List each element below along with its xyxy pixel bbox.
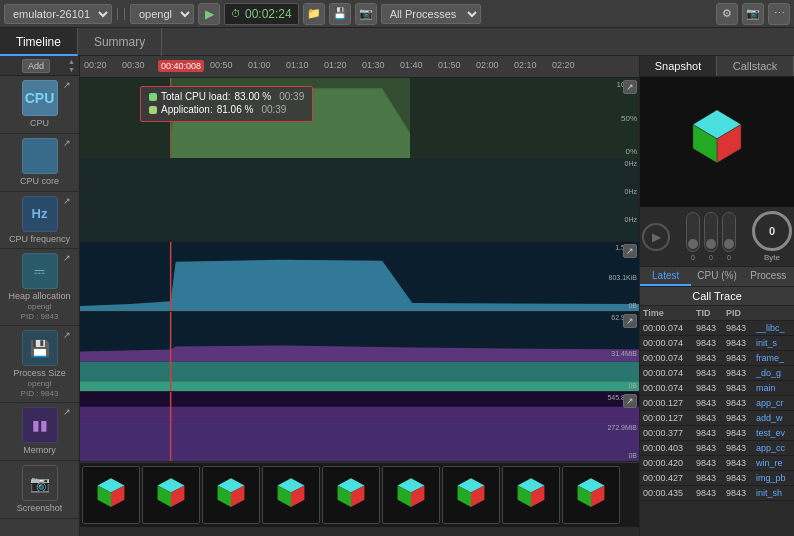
tab-snapshot[interactable]: Snapshot: [640, 56, 717, 76]
tab-latest[interactable]: Latest: [640, 267, 691, 286]
tick-0150: 01:50: [438, 60, 461, 70]
cell-time: 00:00.074: [640, 366, 693, 381]
more-icon[interactable]: ⋯: [768, 3, 790, 25]
slider-v3-label: 0: [727, 254, 731, 261]
thumbnail-item[interactable]: [262, 466, 320, 524]
thumbnail-item[interactable]: [442, 466, 500, 524]
sidebar-item-cpu[interactable]: CPU ↗ CPU: [0, 76, 79, 134]
table-row[interactable]: 00:00.127 9843 9843 add_w: [640, 411, 794, 426]
expand-heap-chart[interactable]: ↗: [623, 244, 637, 258]
expand-cpu-core[interactable]: ↗: [63, 138, 71, 148]
expand-memory[interactable]: ↗: [63, 407, 71, 417]
play-button[interactable]: ▶: [198, 3, 220, 25]
tick-0020: 00:20: [84, 60, 107, 70]
memory-label: Memory: [23, 445, 56, 456]
time-ruler: 00:20 00:30 00:40:008 00:50 01:00 01:10 …: [80, 56, 639, 78]
table-row[interactable]: 00:00.435 9843 9843 init_sh: [640, 486, 794, 501]
save-button[interactable]: 💾: [329, 3, 351, 25]
thumbnail-item[interactable]: [202, 466, 260, 524]
cell-tid: 9843: [693, 471, 723, 486]
process-chart-row: 62.9MiB 31.4MiB 0B ↗: [80, 312, 639, 392]
charts-area[interactable]: Total CPU load: 83.00 % 00:39 Applicatio…: [80, 78, 639, 536]
table-row[interactable]: 00:00.420 9843 9843 win_re: [640, 456, 794, 471]
process-select[interactable]: All Processes: [381, 4, 481, 24]
table-row[interactable]: 00:00.074 9843 9843 init_s: [640, 336, 794, 351]
camera-button[interactable]: 📷: [355, 3, 377, 25]
cube-3d: [677, 102, 757, 182]
table-row[interactable]: 00:00.074 9843 9843 __libc_: [640, 321, 794, 336]
thumbnail-item[interactable]: [82, 466, 140, 524]
expand-heap[interactable]: ↗: [63, 253, 71, 263]
thumbnail-item[interactable]: [562, 466, 620, 524]
expand-process[interactable]: ↗: [63, 330, 71, 340]
cell-time: 00:00.420: [640, 456, 693, 471]
app-cpu-label: Application:: [161, 104, 213, 115]
preview-play-btn[interactable]: ▶: [642, 223, 670, 251]
expand-cpu[interactable]: ↗: [63, 80, 71, 90]
expand-memory-chart[interactable]: ↗: [623, 394, 637, 408]
heap-process: opengl: [27, 302, 51, 312]
expand-freq[interactable]: ↗: [63, 196, 71, 206]
cell-pid: 9843: [723, 411, 753, 426]
tab-cpu-pct[interactable]: CPU (%): [691, 267, 742, 286]
memory-y-mid: 272.9MiB: [607, 424, 637, 431]
sort-arrows[interactable]: ▲ ▼: [68, 58, 75, 73]
cell-func: init_s: [753, 336, 794, 351]
slider-v1[interactable]: [686, 212, 700, 252]
cell-func: app_cr: [753, 396, 794, 411]
sidebar-item-memory[interactable]: ▮▮ ↗ Memory: [0, 403, 79, 461]
table-row[interactable]: 00:00.074 9843 9843 _do_g: [640, 366, 794, 381]
screenshot-icon[interactable]: 📷: [742, 3, 764, 25]
table-row[interactable]: 00:00.074 9843 9843 main: [640, 381, 794, 396]
call-trace-scroll[interactable]: Time TID PID 00:00.074 9843 9843 __libc_…: [640, 306, 794, 536]
cpu-chart: Total CPU load: 83.00 % 00:39 Applicatio…: [80, 78, 639, 158]
table-row[interactable]: 00:00.127 9843 9843 app_cr: [640, 396, 794, 411]
timer-display: ⏱ 00:02:24: [224, 3, 299, 25]
slider-v3[interactable]: [722, 212, 736, 252]
byte-value: 0: [769, 225, 775, 237]
thumbnail-item[interactable]: [382, 466, 440, 524]
sidebar-item-cpu-core[interactable]: ↗ CPU core: [0, 134, 79, 192]
table-row[interactable]: 00:00.427 9843 9843 img_pb: [640, 471, 794, 486]
process-name: opengl: [27, 379, 51, 389]
cell-func: _do_g: [753, 366, 794, 381]
right-panel: Snapshot Callstack: [639, 56, 794, 536]
timeline-container: 00:20 00:30 00:40:008 00:50 01:00 01:10 …: [80, 56, 639, 536]
slider-v2-label: 0: [709, 254, 713, 261]
thumbnail-item[interactable]: [502, 466, 560, 524]
sidebar-item-heap[interactable]: ⎓ ↗ Heap allocation opengl PID : 9843: [0, 249, 79, 326]
thumbnail-item[interactable]: [142, 466, 200, 524]
cell-time: 00:00.377: [640, 426, 693, 441]
cell-pid: 9843: [723, 396, 753, 411]
emulator-select[interactable]: emulator-26101: [4, 4, 112, 24]
cell-tid: 9843: [693, 351, 723, 366]
sidebar-item-screenshot[interactable]: 📷 Screenshot: [0, 461, 79, 519]
thumbnail-item[interactable]: [322, 466, 380, 524]
cell-time: 00:00.074: [640, 336, 693, 351]
tab-process[interactable]: Process: [743, 267, 794, 286]
freq-y-2: 0Hz: [625, 188, 637, 195]
expand-process-chart[interactable]: ↗: [623, 314, 637, 328]
cell-func: img_pb: [753, 471, 794, 486]
open-file-button[interactable]: 📁: [303, 3, 325, 25]
sidebar-item-process[interactable]: 💾 ↗ Process Size opengl PID : 9843: [0, 326, 79, 403]
tab-callstack[interactable]: Callstack: [717, 56, 794, 76]
sidebar-item-cpu-freq[interactable]: Hz ↗ CPU frequency: [0, 192, 79, 250]
add-button[interactable]: Add: [22, 59, 50, 73]
cpu-freq-label: CPU frequency: [9, 234, 70, 245]
screenshot-sidebar-icon: 📷: [22, 465, 58, 501]
tab-summary[interactable]: Summary: [78, 28, 162, 56]
tab-timeline[interactable]: Timeline: [0, 28, 78, 56]
cell-pid: 9843: [723, 336, 753, 351]
slider-v2[interactable]: [704, 212, 718, 252]
screenshot-label: Screenshot: [17, 503, 63, 514]
table-row[interactable]: 00:00.074 9843 9843 frame_: [640, 351, 794, 366]
tab-bar: Timeline Summary: [0, 28, 794, 56]
table-row[interactable]: 00:00.403 9843 9843 app_cc: [640, 441, 794, 456]
expand-cpu-chart[interactable]: ↗: [623, 80, 637, 94]
table-row[interactable]: 00:00.377 9843 9843 test_ev: [640, 426, 794, 441]
sidebar: Add ▲ ▼ CPU ↗ CPU: [0, 56, 80, 536]
opengl-select[interactable]: opengl: [130, 4, 194, 24]
settings-icon[interactable]: ⚙: [716, 3, 738, 25]
process-svg: [80, 312, 639, 391]
